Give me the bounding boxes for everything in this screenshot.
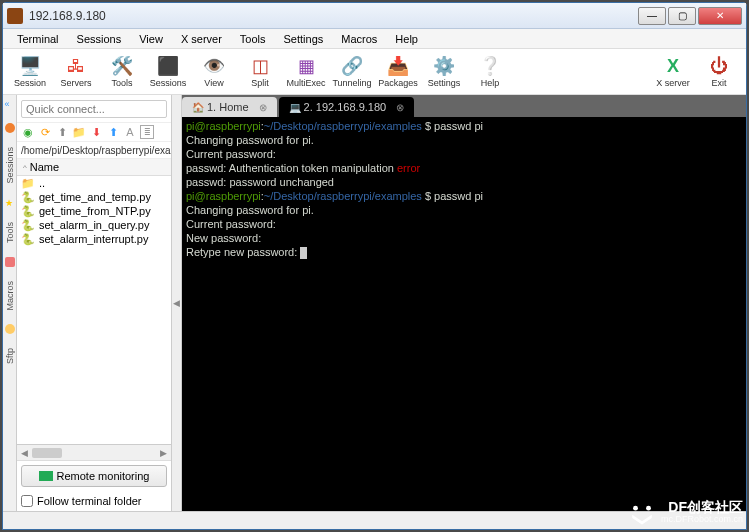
sftp-toolbar: ◉ ⟳ ⬆ 📁 ⬇ ⬆ A ≣ [17,123,171,142]
nav-list-icon[interactable]: ≣ [140,125,154,139]
home-icon: 🏠 [192,102,203,113]
follow-terminal-checkbox[interactable] [21,495,33,507]
file-name: get_time_from_NTP.py [39,205,151,217]
tab-label: 2. 192.168.9.180 [304,101,387,113]
sidebar-collapse-button[interactable]: ◀ [172,95,182,511]
file-list: 📁..🐍get_time_and_temp.py🐍get_time_from_N… [17,176,171,444]
file-row[interactable]: 🐍set_alarm_interrupt.py [17,232,171,246]
app-window: 192.168.9.180 — ▢ ✕ Terminal Sessions Vi… [2,2,747,530]
xserver-button[interactable]: XX server [652,51,694,93]
packages-button[interactable]: 📥Packages [377,51,419,93]
nav-download-icon[interactable]: ⬇ [89,125,103,139]
python-file-icon: 🐍 [21,191,35,203]
multiexec-button[interactable]: ▦MultiExec [285,51,327,93]
split-button[interactable]: ◫Split [239,51,281,93]
menu-tools[interactable]: Tools [232,31,274,47]
monitor-icon [39,471,53,481]
tab-close-icon[interactable]: ⊗ [396,102,404,113]
tunneling-button[interactable]: 🔗Tunneling [331,51,373,93]
menu-view[interactable]: View [131,31,171,47]
tab-label: 1. Home [207,101,249,113]
close-button[interactable]: ✕ [698,7,742,25]
file-name: set_alarm_in_query.py [39,219,149,231]
svg-point-0 [633,506,638,511]
tab-active[interactable]: 💻2. 192.168.9.180⊗ [279,97,415,117]
rail-globe-icon[interactable] [5,123,15,133]
menu-xserver[interactable]: X server [173,31,230,47]
exit-button[interactable]: ⏻Exit [698,51,740,93]
follow-terminal-label: Follow terminal folder [37,495,142,507]
menu-sessions[interactable]: Sessions [69,31,130,47]
servers-button[interactable]: 🖧Servers [55,51,97,93]
dfrobot-logo-icon [629,500,655,526]
folder-up-icon: 📁 [21,177,35,189]
rail-tab-sftp[interactable]: Sftp [5,348,15,364]
sessions-button[interactable]: ⬛Sessions [147,51,189,93]
python-file-icon: 🐍 [21,219,35,231]
help-button[interactable]: ❔Help [469,51,511,93]
terminal-area: 🏠1. Home⊗💻2. 192.168.9.180⊗ pi@raspberry… [182,95,746,511]
h-scrollbar[interactable]: ◀ ▶ [17,444,171,460]
terminal-tabs: 🏠1. Home⊗💻2. 192.168.9.180⊗ [182,95,746,117]
path-breadcrumb[interactable]: /home/pi/Desktop/raspberrypi/exam✓ [17,142,171,159]
nav-newfolder-icon[interactable]: 📁 [72,125,86,139]
rail-tab-tools[interactable]: Tools [5,222,15,243]
file-row[interactable]: 🐍get_time_and_temp.py [17,190,171,204]
remote-monitoring-button[interactable]: Remote monitoring [21,465,167,487]
side-rail: « Sessions ★ Tools Macros Sftp [3,95,17,511]
menu-help[interactable]: Help [387,31,426,47]
tab-inactive[interactable]: 🏠1. Home⊗ [182,97,277,117]
tools-button[interactable]: 🛠️Tools [101,51,143,93]
view-button[interactable]: 👁️View [193,51,235,93]
file-name: .. [39,177,45,189]
maximize-button[interactable]: ▢ [668,7,696,25]
rail-tab-sessions[interactable]: Sessions [5,147,15,184]
rail-tab-macros[interactable]: Macros [5,281,15,311]
menu-terminal[interactable]: Terminal [9,31,67,47]
toolbar: 🖥️Session 🖧Servers 🛠️Tools ⬛Sessions 👁️V… [3,49,746,95]
file-row[interactable]: 🐍get_time_from_NTP.py [17,204,171,218]
rail-macro-icon[interactable] [5,257,15,267]
rail-sftp-icon[interactable] [5,324,15,334]
menu-settings[interactable]: Settings [276,31,332,47]
terminal[interactable]: pi@raspberrypi:~/Desktop/raspberrypi/exa… [182,117,746,511]
file-row[interactable]: 🐍set_alarm_in_query.py [17,218,171,232]
titlebar[interactable]: 192.168.9.180 — ▢ ✕ [3,3,746,29]
nav-up-icon[interactable]: ◉ [21,125,35,139]
nav-home-icon[interactable]: ⬆ [55,125,69,139]
file-row[interactable]: 📁.. [17,176,171,190]
minimize-button[interactable]: — [638,7,666,25]
watermark-title: DF创客社区 [661,501,743,513]
python-file-icon: 🐍 [21,205,35,217]
window-title: 192.168.9.180 [29,9,638,23]
menubar: Terminal Sessions View X server Tools Se… [3,29,746,49]
nav-font-icon[interactable]: A [123,125,137,139]
watermark: DF创客社区 mc.DFRobot.com.cn [629,500,743,526]
watermark-url: mc.DFRobot.com.cn [661,513,743,525]
terminal-icon: 💻 [289,102,300,113]
app-icon [7,8,23,24]
session-button[interactable]: 🖥️Session [9,51,51,93]
settings-button[interactable]: ⚙️Settings [423,51,465,93]
tab-close-icon[interactable]: ⊗ [259,102,267,113]
quick-connect-input[interactable] [21,100,167,118]
svg-point-1 [646,506,651,511]
nav-refresh-icon[interactable]: ⟳ [38,125,52,139]
terminal-cursor [300,247,307,259]
nav-upload-icon[interactable]: ⬆ [106,125,120,139]
scroll-thumb[interactable] [32,448,62,458]
rail-star-icon[interactable]: ★ [5,198,15,208]
sftp-sidebar: ◉ ⟳ ⬆ 📁 ⬇ ⬆ A ≣ /home/pi/Desktop/raspber… [17,95,172,511]
scroll-right-icon[interactable]: ▶ [158,448,169,458]
file-name: set_alarm_interrupt.py [39,233,148,245]
rail-arrow-icon[interactable]: « [5,99,15,109]
filelist-header-name[interactable]: Name [17,159,171,176]
menu-macros[interactable]: Macros [333,31,385,47]
scroll-left-icon[interactable]: ◀ [19,448,30,458]
file-name: get_time_and_temp.py [39,191,151,203]
python-file-icon: 🐍 [21,233,35,245]
